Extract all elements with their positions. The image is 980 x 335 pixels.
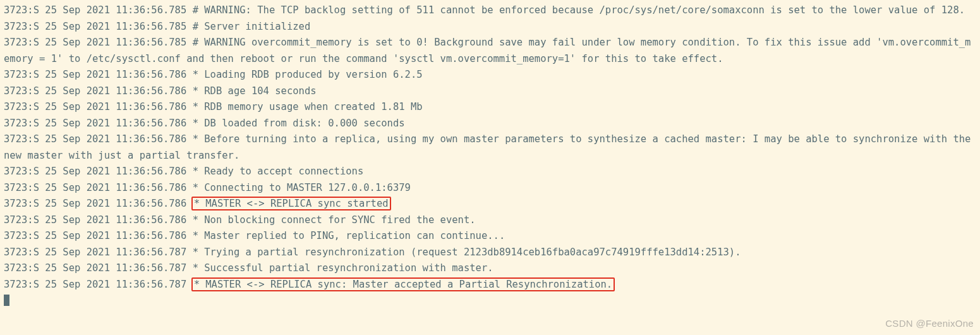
log-prefix: 3723:S 25 Sep 2021 11:36:56.786 xyxy=(4,214,193,226)
log-prefix: 3723:S 25 Sep 2021 11:36:56.786 xyxy=(4,101,193,113)
log-line: 3723:S 25 Sep 2021 11:36:56.786 * RDB ag… xyxy=(4,83,976,100)
log-prefix: 3723:S 25 Sep 2021 11:36:56.785 xyxy=(4,4,193,16)
log-prefix: 3723:S 25 Sep 2021 11:36:56.786 xyxy=(4,69,193,80)
log-prefix: 3723:S 25 Sep 2021 11:36:56.785 xyxy=(4,37,193,48)
log-prefix: 3723:S 25 Sep 2021 11:36:56.786 xyxy=(4,118,193,129)
log-prefix: 3723:S 25 Sep 2021 11:36:56.786 xyxy=(4,230,193,241)
log-prefix: 3723:S 25 Sep 2021 11:36:56.786 xyxy=(4,85,193,97)
terminal-output: 3723:S 25 Sep 2021 11:36:56.785 # WARNIN… xyxy=(0,0,980,293)
log-prefix: 3723:S 25 Sep 2021 11:36:56.785 xyxy=(4,21,193,32)
log-message: * Non blocking connect for SYNC fired th… xyxy=(193,214,476,226)
log-line: 3723:S 25 Sep 2021 11:36:56.786 * MASTER… xyxy=(4,196,976,212)
log-message: * RDB age 104 seconds xyxy=(193,85,317,97)
log-prefix: 3723:S 25 Sep 2021 11:36:56.787 xyxy=(4,279,193,290)
log-message: # Server initialized xyxy=(193,21,311,32)
log-line: 3723:S 25 Sep 2021 11:36:56.787 * Succes… xyxy=(4,260,976,277)
log-message: * Trying a partial resynchronization (re… xyxy=(193,247,741,258)
log-line: 3723:S 25 Sep 2021 11:36:56.786 * Ready … xyxy=(4,164,976,180)
log-line: 3723:S 25 Sep 2021 11:36:56.787 * MASTER… xyxy=(4,277,976,293)
log-message: * DB loaded from disk: 0.000 seconds xyxy=(193,118,405,129)
log-line: 3723:S 25 Sep 2021 11:36:56.785 # Server… xyxy=(4,19,976,35)
log-prefix: 3723:S 25 Sep 2021 11:36:56.787 xyxy=(4,262,193,274)
log-prefix: 3723:S 25 Sep 2021 11:36:56.786 xyxy=(4,166,193,177)
log-line: 3723:S 25 Sep 2021 11:36:56.786 * DB loa… xyxy=(4,116,976,132)
log-line: 3723:S 25 Sep 2021 11:36:56.786 * Loadin… xyxy=(4,67,976,83)
log-message: * Loading RDB produced by version 6.2.5 xyxy=(193,69,423,80)
log-message: * Connecting to MASTER 127.0.0.1:6379 xyxy=(193,182,411,193)
log-prefix: 3723:S 25 Sep 2021 11:36:56.786 xyxy=(4,182,193,193)
log-line: 3723:S 25 Sep 2021 11:36:56.786 * Connec… xyxy=(4,180,976,197)
log-prefix: 3723:S 25 Sep 2021 11:36:56.787 xyxy=(4,247,193,258)
log-line: 3723:S 25 Sep 2021 11:36:56.786 * Before… xyxy=(4,131,976,164)
log-line: 3723:S 25 Sep 2021 11:36:56.786 * RDB me… xyxy=(4,99,976,116)
log-line: 3723:S 25 Sep 2021 11:36:56.787 * Trying… xyxy=(4,245,976,261)
log-prefix: 3723:S 25 Sep 2021 11:36:56.786 xyxy=(4,198,193,209)
log-line: 3723:S 25 Sep 2021 11:36:56.785 # WARNIN… xyxy=(4,3,976,19)
log-message: * Ready to accept connections xyxy=(193,166,364,177)
log-message: # WARNING: The TCP backlog setting of 51… xyxy=(193,4,965,16)
watermark-text: CSDN @FeenixOne xyxy=(885,315,974,332)
log-message: * RDB memory usage when created 1.81 Mb xyxy=(193,101,423,113)
log-message-highlighted: * MASTER <-> REPLICA sync started xyxy=(191,197,391,210)
log-line: 3723:S 25 Sep 2021 11:36:56.786 * Master… xyxy=(4,228,976,245)
log-line: 3723:S 25 Sep 2021 11:36:56.785 # WARNIN… xyxy=(4,35,976,67)
log-message: * Successful partial resynchronization w… xyxy=(193,262,493,274)
log-line: 3723:S 25 Sep 2021 11:36:56.786 * Non bl… xyxy=(4,212,976,229)
log-prefix: 3723:S 25 Sep 2021 11:36:56.786 xyxy=(4,133,193,145)
log-message: * Master replied to PING, replication ca… xyxy=(193,230,505,241)
log-message-highlighted: * MASTER <-> REPLICA sync: Master accept… xyxy=(191,277,615,291)
terminal-cursor xyxy=(4,295,9,306)
